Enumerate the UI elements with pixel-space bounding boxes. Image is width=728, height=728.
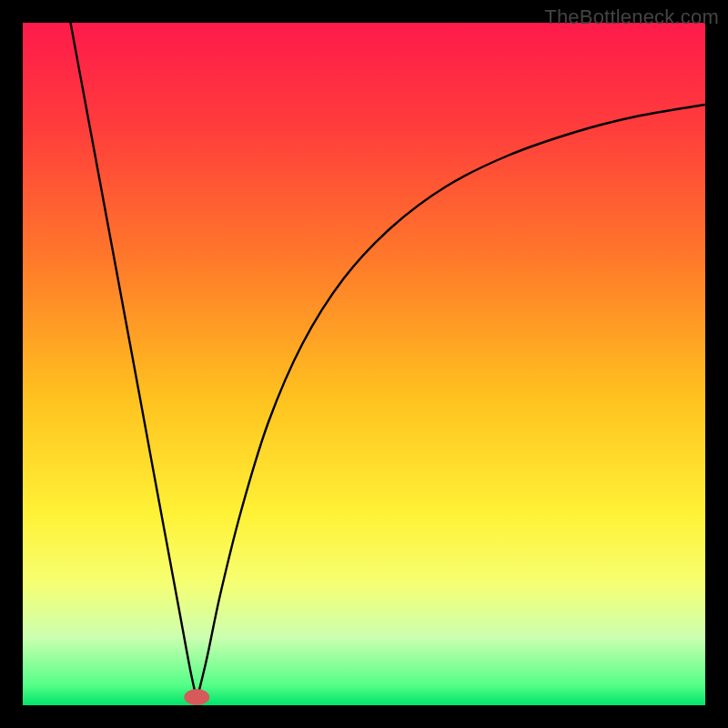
bottleneck-chart [23, 23, 705, 705]
chart-frame [23, 23, 705, 705]
watermark-text: TheBottleneck.com [544, 5, 719, 29]
optimum-marker [184, 689, 209, 705]
